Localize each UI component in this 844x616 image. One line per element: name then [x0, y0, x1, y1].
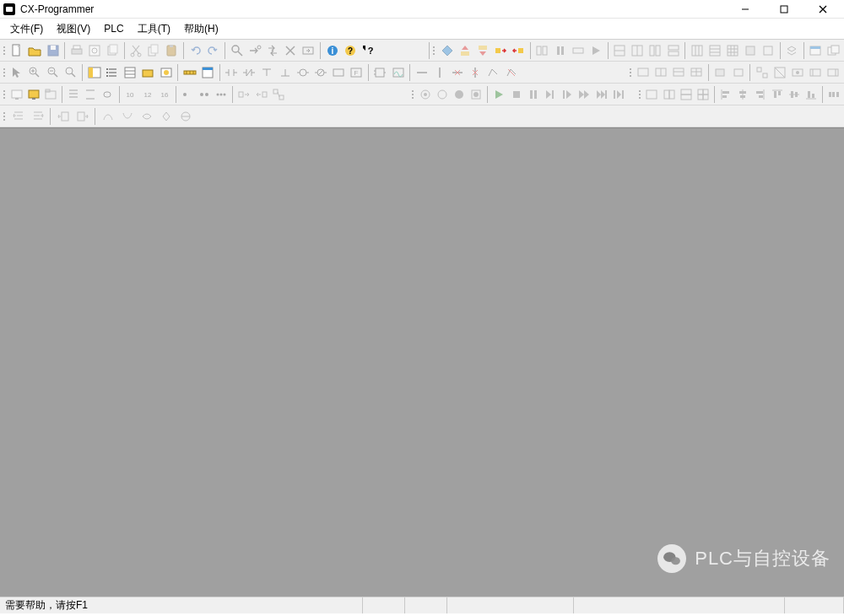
goto-button[interactable] — [300, 41, 316, 60]
copy-button[interactable] — [145, 41, 162, 60]
net1-button[interactable] — [611, 41, 628, 60]
info-button[interactable]: i — [323, 41, 340, 60]
align-right-button[interactable] — [752, 85, 768, 104]
tab-button[interactable] — [42, 85, 58, 104]
c4-button[interactable] — [157, 107, 176, 126]
align-top-button[interactable] — [769, 85, 785, 104]
branch-down-button[interactable] — [258, 63, 275, 82]
screen6-button[interactable] — [730, 63, 747, 82]
contact-open-button[interactable] — [223, 63, 240, 82]
branch-up-button[interactable] — [276, 63, 293, 82]
align-center-button[interactable] — [735, 85, 751, 104]
project-tree-button[interactable] — [86, 63, 103, 82]
dot3-button[interactable] — [214, 85, 230, 104]
grid2-button[interactable] — [706, 41, 723, 60]
step-button[interactable] — [570, 41, 587, 60]
next-button[interactable] — [542, 85, 558, 104]
stop-button[interactable] — [508, 85, 524, 104]
hex-button[interactable]: 12 — [139, 85, 155, 104]
align-left-button[interactable] — [717, 85, 733, 104]
last-button[interactable] — [610, 85, 626, 104]
fwd-button[interactable] — [576, 85, 592, 104]
redo-button[interactable] — [205, 41, 222, 60]
c2-button[interactable] — [118, 107, 137, 126]
bar2-button[interactable] — [83, 85, 99, 104]
online-button[interactable] — [439, 41, 456, 60]
find-next-button[interactable] — [246, 41, 263, 60]
close-button[interactable] — [803, 0, 842, 19]
maximize-button[interactable] — [765, 0, 803, 19]
help-button[interactable]: ? — [342, 41, 359, 60]
coil-not-button[interactable] — [312, 63, 329, 82]
screen8-button[interactable] — [771, 63, 788, 82]
preview-button[interactable] — [86, 41, 103, 60]
t1-button[interactable] — [236, 85, 252, 104]
scope-button[interactable] — [390, 63, 407, 82]
net4-button[interactable] — [664, 41, 681, 60]
c5-button[interactable] — [176, 107, 195, 126]
screen11-button[interactable] — [825, 63, 841, 82]
net2-button[interactable] — [629, 41, 646, 60]
toolbar-grip[interactable] — [2, 85, 6, 104]
download-button[interactable] — [474, 41, 491, 60]
toolbar-grip[interactable] — [2, 63, 7, 82]
screen4-button[interactable] — [688, 63, 705, 82]
play-button[interactable] — [491, 85, 507, 104]
win1-button[interactable] — [807, 41, 824, 60]
bar1-button[interactable] — [65, 85, 81, 104]
toolbar-grip[interactable] — [431, 41, 436, 60]
pause2-button[interactable] — [525, 85, 541, 104]
w4-button[interactable] — [695, 85, 711, 104]
toolbar-grip[interactable] — [628, 63, 633, 82]
ffwd-button[interactable] — [593, 85, 609, 104]
pause-button[interactable] — [552, 41, 569, 60]
mon1-button[interactable] — [8, 85, 24, 104]
menu-file[interactable]: 文件(F) — [3, 19, 50, 39]
dbg1-button[interactable] — [417, 85, 433, 104]
dot2-button[interactable] — [197, 85, 213, 104]
vline-button[interactable] — [431, 63, 448, 82]
screen7-button[interactable] — [754, 63, 771, 82]
menu-help[interactable]: 帮助(H) — [177, 19, 225, 39]
move-right-button[interactable] — [73, 107, 92, 126]
fbd-button[interactable] — [371, 63, 388, 82]
connect-button[interactable] — [484, 63, 501, 82]
layer-button[interactable] — [783, 41, 800, 60]
open-button[interactable] — [26, 41, 43, 60]
grid5-button[interactable] — [760, 41, 776, 60]
print-button[interactable] — [68, 41, 85, 60]
instruction-button[interactable] — [330, 63, 347, 82]
net3-button[interactable] — [647, 41, 663, 60]
contact-closed-button[interactable] — [241, 63, 257, 82]
grid1-button[interactable] — [689, 41, 706, 60]
dbg2-button[interactable] — [434, 85, 450, 104]
watch-button[interactable] — [158, 63, 175, 82]
screen5-button[interactable] — [711, 63, 728, 82]
align-bottom-button[interactable] — [803, 85, 819, 104]
menu-view[interactable]: 视图(V) — [50, 19, 97, 39]
coil-button[interactable] — [295, 63, 311, 82]
zoom-fit-button[interactable] — [62, 63, 79, 82]
screen3-button[interactable] — [670, 63, 687, 82]
cut-button[interactable] — [127, 41, 144, 60]
connect-del-button[interactable] — [503, 63, 520, 82]
compare-button[interactable] — [533, 41, 550, 60]
toolbar-grip[interactable] — [2, 41, 7, 60]
find-button[interactable] — [229, 41, 246, 60]
win2-button[interactable] — [825, 41, 842, 60]
replace-button[interactable] — [264, 41, 281, 60]
bin-button[interactable]: 16 — [156, 85, 172, 104]
dec-button[interactable]: 10 — [122, 85, 138, 104]
screen10-button[interactable] — [807, 63, 824, 82]
end-button[interactable] — [560, 85, 576, 104]
dot1-button[interactable] — [179, 85, 195, 104]
props-button[interactable] — [122, 63, 138, 82]
t2-button[interactable] — [253, 85, 269, 104]
t3-button[interactable] — [270, 85, 286, 104]
distribute-button[interactable] — [826, 85, 842, 104]
paste-button[interactable] — [163, 41, 180, 60]
screen1-button[interactable] — [635, 63, 652, 82]
w2-button[interactable] — [661, 85, 677, 104]
list-view-button[interactable] — [104, 63, 121, 82]
screen2-button[interactable] — [652, 63, 669, 82]
